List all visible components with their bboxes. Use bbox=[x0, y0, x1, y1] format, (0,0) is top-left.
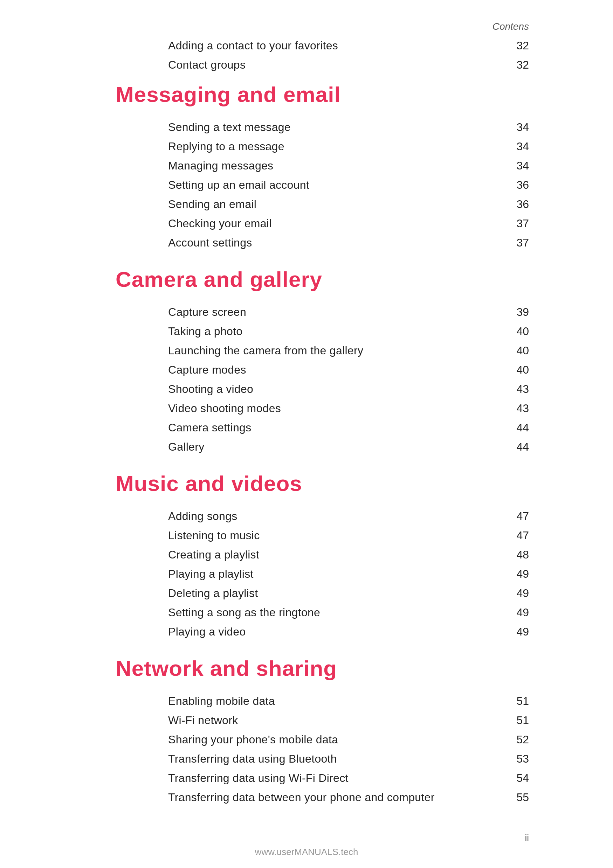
section-title-network-sharing: Network and sharing bbox=[0, 656, 613, 680]
entry-page-2-3: 49 bbox=[508, 567, 529, 581]
entry-label-0-6: Account settings bbox=[168, 236, 501, 249]
entry-page-1-5: 43 bbox=[508, 402, 529, 415]
entry-label-0-5: Checking your email bbox=[168, 217, 501, 230]
section-music-videos: Music and videos Adding songs 47 Listeni… bbox=[0, 471, 613, 638]
top-entries-section: Adding a contact to your favorites 32 Co… bbox=[0, 39, 613, 71]
entry-page-1-1: 40 bbox=[508, 325, 529, 338]
top-entry-0: Adding a contact to your favorites 32 bbox=[0, 39, 613, 52]
entry-page-0-0: 34 bbox=[508, 121, 529, 134]
section-messaging-email-entry-5: Checking your email 37 bbox=[0, 217, 613, 230]
entry-label-3-4: Transferring data using Wi-Fi Direct bbox=[168, 772, 501, 785]
entry-label-2-3: Playing a playlist bbox=[168, 567, 501, 581]
entry-page-0-4: 36 bbox=[508, 198, 529, 211]
entry-label-2-2: Creating a playlist bbox=[168, 548, 501, 561]
entry-page-3-5: 55 bbox=[508, 791, 529, 804]
entry-label-1-7: Gallery bbox=[168, 440, 501, 453]
page-container: Contens Adding a contact to your favorit… bbox=[0, 0, 613, 868]
section-music-videos-entry-4: Deleting a playlist 49 bbox=[0, 587, 613, 600]
entry-label-1-2: Launching the camera from the gallery bbox=[168, 344, 501, 357]
top-entry-page-1: 32 bbox=[508, 59, 529, 71]
page-number: ii bbox=[525, 832, 613, 843]
entry-label-0-4: Sending an email bbox=[168, 198, 501, 211]
entry-label-3-0: Enabling mobile data bbox=[168, 695, 501, 708]
entry-page-1-4: 43 bbox=[508, 383, 529, 396]
section-camera-gallery-entry-4: Shooting a video 43 bbox=[0, 383, 613, 396]
header-label: Contens bbox=[0, 21, 613, 32]
entry-page-0-3: 36 bbox=[508, 178, 529, 192]
section-messaging-email: Messaging and email Sending a text messa… bbox=[0, 82, 613, 249]
entry-label-2-1: Listening to music bbox=[168, 529, 501, 542]
entry-label-1-4: Shooting a video bbox=[168, 383, 501, 396]
entry-label-2-5: Setting a song as the ringtone bbox=[168, 606, 501, 619]
section-camera-gallery: Camera and gallery Capture screen 39 Tak… bbox=[0, 267, 613, 453]
section-music-videos-entry-1: Listening to music 47 bbox=[0, 529, 613, 542]
section-camera-gallery-entry-2: Launching the camera from the gallery 40 bbox=[0, 344, 613, 357]
entry-page-2-6: 49 bbox=[508, 625, 529, 638]
entry-page-2-5: 49 bbox=[508, 606, 529, 619]
entry-label-2-4: Deleting a playlist bbox=[168, 587, 501, 600]
section-network-sharing: Network and sharing Enabling mobile data… bbox=[0, 656, 613, 804]
entry-page-0-6: 37 bbox=[508, 236, 529, 249]
entry-page-1-7: 44 bbox=[508, 440, 529, 453]
entry-label-1-6: Camera settings bbox=[168, 421, 501, 434]
footer-bottom: ii www.userMANUALS.tech bbox=[0, 829, 613, 857]
entry-label-2-6: Playing a video bbox=[168, 625, 501, 638]
section-messaging-email-entry-3: Setting up an email account 36 bbox=[0, 178, 613, 192]
section-network-sharing-entry-0: Enabling mobile data 51 bbox=[0, 695, 613, 708]
entry-page-0-2: 34 bbox=[508, 159, 529, 172]
section-network-sharing-entry-1: Wi-Fi network 51 bbox=[0, 714, 613, 727]
section-title-music-videos: Music and videos bbox=[0, 471, 613, 496]
section-music-videos-entry-5: Setting a song as the ringtone 49 bbox=[0, 606, 613, 619]
entry-label-0-3: Setting up an email account bbox=[168, 178, 501, 192]
entry-page-1-2: 40 bbox=[508, 344, 529, 357]
top-entry-label-0: Adding a contact to your favorites bbox=[168, 39, 501, 52]
entry-page-2-2: 48 bbox=[508, 548, 529, 561]
section-music-videos-entry-0: Adding songs 47 bbox=[0, 510, 613, 523]
entry-page-2-4: 49 bbox=[508, 587, 529, 600]
entry-page-1-0: 39 bbox=[508, 306, 529, 319]
entry-page-2-0: 47 bbox=[508, 510, 529, 523]
section-title-camera-gallery: Camera and gallery bbox=[0, 267, 613, 292]
section-network-sharing-entry-4: Transferring data using Wi-Fi Direct 54 bbox=[0, 772, 613, 785]
entry-page-3-2: 52 bbox=[508, 733, 529, 746]
section-camera-gallery-entry-5: Video shooting modes 43 bbox=[0, 402, 613, 415]
entry-label-1-5: Video shooting modes bbox=[168, 402, 501, 415]
entry-label-3-1: Wi-Fi network bbox=[168, 714, 501, 727]
section-network-sharing-entry-2: Sharing your phone's mobile data 52 bbox=[0, 733, 613, 746]
top-entry-label-1: Contact groups bbox=[168, 59, 501, 71]
entry-label-2-0: Adding songs bbox=[168, 510, 501, 523]
top-entry-page-0: 32 bbox=[508, 39, 529, 52]
entry-label-0-2: Managing messages bbox=[168, 159, 501, 172]
entry-label-1-1: Taking a photo bbox=[168, 325, 501, 338]
entry-page-2-1: 47 bbox=[508, 529, 529, 542]
section-messaging-email-entry-1: Replying to a message 34 bbox=[0, 140, 613, 153]
entry-label-0-0: Sending a text message bbox=[168, 121, 501, 134]
entry-page-0-5: 37 bbox=[508, 217, 529, 230]
top-entry-1: Contact groups 32 bbox=[0, 59, 613, 71]
entry-label-3-5: Transferring data between your phone and… bbox=[168, 791, 501, 804]
entry-label-3-2: Sharing your phone's mobile data bbox=[168, 733, 501, 746]
entry-label-3-3: Transferring data using Bluetooth bbox=[168, 752, 501, 766]
section-network-sharing-entry-5: Transferring data between your phone and… bbox=[0, 791, 613, 804]
section-messaging-email-entry-6: Account settings 37 bbox=[0, 236, 613, 249]
section-camera-gallery-entry-3: Capture modes 40 bbox=[0, 363, 613, 377]
entry-label-0-1: Replying to a message bbox=[168, 140, 501, 153]
entry-page-3-1: 51 bbox=[508, 714, 529, 727]
section-music-videos-entry-3: Playing a playlist 49 bbox=[0, 567, 613, 581]
section-camera-gallery-entry-1: Taking a photo 40 bbox=[0, 325, 613, 338]
footer-url: www.userMANUALS.tech bbox=[0, 847, 613, 857]
section-network-sharing-entry-3: Transferring data using Bluetooth 53 bbox=[0, 752, 613, 766]
section-title-messaging-email: Messaging and email bbox=[0, 82, 613, 107]
section-messaging-email-entry-4: Sending an email 36 bbox=[0, 198, 613, 211]
entry-page-1-3: 40 bbox=[508, 363, 529, 377]
sections-container: Messaging and email Sending a text messa… bbox=[0, 82, 613, 804]
section-music-videos-entry-2: Creating a playlist 48 bbox=[0, 548, 613, 561]
entry-page-1-6: 44 bbox=[508, 421, 529, 434]
entry-page-3-4: 54 bbox=[508, 772, 529, 785]
section-music-videos-entry-6: Playing a video 49 bbox=[0, 625, 613, 638]
entry-label-1-0: Capture screen bbox=[168, 306, 501, 319]
entry-page-3-0: 51 bbox=[508, 695, 529, 708]
section-messaging-email-entry-2: Managing messages 34 bbox=[0, 159, 613, 172]
section-messaging-email-entry-0: Sending a text message 34 bbox=[0, 121, 613, 134]
section-camera-gallery-entry-7: Gallery 44 bbox=[0, 440, 613, 453]
